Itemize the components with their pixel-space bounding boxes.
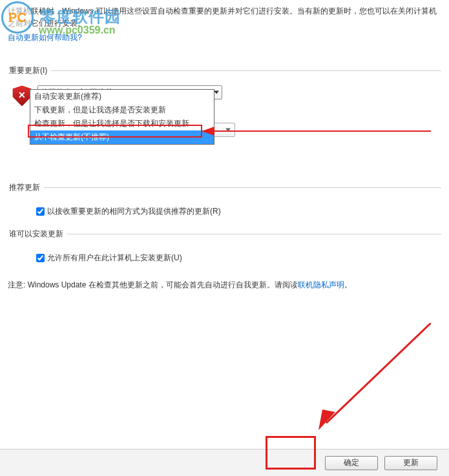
annotation-highlight-box [28,125,202,138]
recommended-checkbox[interactable] [36,207,45,216]
watermark-logo-text: PC [8,10,26,25]
update-button-label: 更新 [403,457,419,468]
watermark-url: www.pc0359.cn [39,25,116,36]
allow-all-users-checkbox[interactable] [36,254,45,262]
update-button[interactable]: 更新 [384,456,437,470]
svg-marker-1 [202,127,214,136]
recommended-checkbox-label: 以接收重要更新的相同方式为我提供推荐的更新(R) [47,206,221,217]
section-who-can-install: 谁可以安装更新 允许所有用户在此计算机上安装更新(U) [8,229,441,264]
allow-all-users-label: 允许所有用户在此计算机上安装更新(U) [47,253,182,264]
note-row: 注意: Windows Update 在检查其他更新之前，可能会首先自动进行自我… [8,279,441,291]
note-prefix: 注意: Windows Update 在检查其他更新之前，可能会首先自动进行自我… [8,280,298,289]
chevron-down-icon [214,91,219,94]
dropdown-option-auto[interactable]: 自动安装更新(推荐) [30,90,214,103]
section-recommended: 推荐更新 以接收重要更新的相同方式为我提供推荐的更新(R) [8,182,441,217]
svg-marker-3 [318,409,335,430]
section-who-legend: 谁可以安装更新 [8,229,67,240]
annotation-arrow-icon [315,323,431,433]
section-recommended-legend: 推荐更新 [8,182,44,193]
svg-line-2 [326,323,431,423]
footer-bar: 确定 更新 [0,449,449,476]
section-important-legend: 重要更新(I) [8,65,51,76]
annotation-highlight-box [266,436,316,470]
privacy-link[interactable]: 联机隐私声明 [298,280,344,289]
ok-button-label: 确定 [344,457,359,468]
ok-button[interactable]: 确定 [325,456,378,470]
watermark-logo: PC [1,1,34,34]
dropdown-option-download[interactable]: 下载更新，但是让我选择是否安装更新 [30,103,214,117]
annotation-arrow-icon [202,127,431,136]
note-suffix: 。 [344,280,352,289]
